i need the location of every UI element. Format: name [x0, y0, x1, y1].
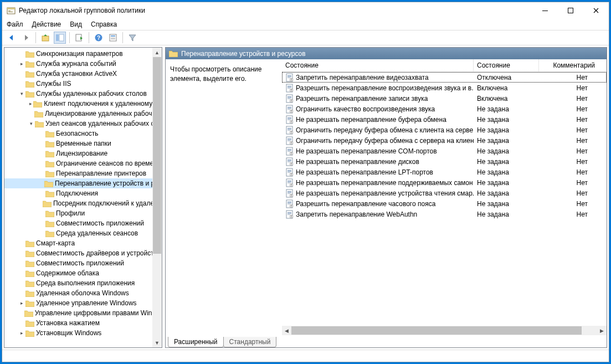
close-button[interactable] — [583, 2, 609, 19]
help-button[interactable]: ? — [93, 32, 105, 44]
policy-row[interactable]: Не разрешать перенаправление LPT-портовН… — [282, 167, 607, 177]
tree-item[interactable]: Безопасность — [4, 129, 162, 139]
tree-item[interactable]: ▸Установщик Windows — [4, 328, 162, 338]
svg-rect-4 — [542, 11, 548, 11]
tree-item[interactable]: Смарт-карта — [4, 238, 162, 248]
detail-body: Чтобы просмотреть описание элемента, выд… — [166, 59, 607, 335]
policy-row[interactable]: Ограничить качество воспроизведения звук… — [282, 104, 607, 114]
tree-item[interactable]: Совместимость драйверов и устройств — [4, 248, 162, 258]
policy-row[interactable]: Не разрешать перенаправление COM-портовН… — [282, 146, 607, 156]
policy-row[interactable]: Запретить перенаправление видеозахватаОт… — [282, 72, 607, 83]
filter-button[interactable] — [126, 32, 138, 44]
column-header-state[interactable]: Состояние — [474, 59, 539, 71]
policy-comment: Нет — [539, 179, 607, 187]
svg-rect-5 — [568, 8, 573, 13]
svg-rect-53 — [287, 129, 291, 130]
tree-item[interactable]: Лицензирование — [4, 148, 162, 158]
policy-row[interactable]: Ограничить передачу буфера обмена с серв… — [282, 135, 607, 146]
policy-row[interactable]: Разрешить перенаправление записи звукаВк… — [282, 93, 607, 104]
tree-item[interactable]: Синхронизация параметров — [4, 49, 162, 59]
tree-item[interactable]: ▸Клиент подключения к удаленному рабочем… — [4, 99, 162, 109]
tree-item[interactable]: Временные папки — [4, 139, 162, 148]
scroll-down-icon[interactable]: ▼ — [152, 338, 162, 347]
tree-item[interactable]: Управление цифровыми правами Windows Med… — [4, 308, 162, 318]
tree-item[interactable]: Совместимость приложений — [4, 258, 162, 268]
statusbar — [2, 350, 609, 362]
export-list-button[interactable] — [73, 32, 85, 44]
folder-tree[interactable]: Синхронизация параметров▸Служба журнала … — [4, 48, 162, 339]
tree-item[interactable]: Службы IIS — [4, 79, 162, 89]
column-header-comment[interactable]: Комментарий — [539, 59, 607, 71]
tree-item[interactable]: Содержимое облака — [4, 268, 162, 278]
tree-item[interactable]: Посредник подключений к удаленному рабоч… — [4, 198, 162, 208]
tree-vertical-scrollbar[interactable]: ▲ ▼ — [152, 48, 162, 347]
chevron-right-icon[interactable]: ▸ — [18, 59, 25, 69]
maximize-button[interactable] — [558, 2, 583, 19]
scroll-up-icon[interactable]: ▲ — [152, 48, 162, 57]
scroll-left-icon[interactable]: ◀ — [282, 326, 291, 335]
tree-item[interactable]: Подключения — [4, 188, 162, 198]
chevron-down-icon[interactable]: ▾ — [18, 89, 25, 99]
tree-item[interactable]: Удаленная оболочка Windows — [4, 288, 162, 298]
scroll-right-icon[interactable]: ▶ — [597, 326, 607, 335]
properties-button[interactable] — [107, 32, 119, 44]
tree-item-label: Удаленная оболочка Windows — [36, 288, 129, 298]
tree-item[interactable]: Установка нажатием — [4, 318, 162, 328]
policy-row[interactable]: Не разрешать перенаправление буфера обме… — [282, 114, 607, 125]
show-hide-tree-button[interactable] — [54, 32, 66, 44]
policy-row[interactable]: Разрешить перенаправление часового пояса… — [282, 198, 607, 209]
tree-pane: Синхронизация параметров▸Служба журнала … — [4, 47, 162, 348]
policy-row[interactable]: Разрешить перенаправление воспроизведени… — [282, 83, 607, 93]
policy-comment: Нет — [539, 168, 607, 176]
description-column: Чтобы просмотреть описание элемента, выд… — [166, 59, 282, 335]
tree-item[interactable]: ▾Узел сеансов удаленных рабочих столов — [4, 119, 162, 129]
tree-item[interactable]: Совместимость приложений — [4, 218, 162, 228]
folder-icon — [45, 170, 54, 177]
policy-row[interactable]: Не разрешать перенаправление поддерживае… — [282, 177, 607, 188]
svg-rect-8 — [59, 34, 64, 41]
forward-button[interactable] — [20, 32, 32, 44]
chevron-right-icon[interactable]: ▸ — [18, 298, 25, 308]
svg-rect-67 — [287, 150, 291, 151]
menu-file[interactable]: Файл — [7, 20, 23, 28]
tab-standard[interactable]: Стандартный — [223, 337, 277, 347]
policy-row[interactable]: Не разрешать перенаправление устройства … — [282, 188, 607, 198]
up-button[interactable] — [39, 32, 52, 44]
svg-rect-68 — [287, 151, 290, 152]
scroll-thumb[interactable] — [291, 326, 582, 335]
back-button[interactable] — [6, 32, 18, 44]
chevron-down-icon[interactable]: ▾ — [28, 119, 35, 129]
policy-comment: Нет — [539, 189, 607, 197]
svg-rect-96 — [287, 193, 290, 194]
policy-row[interactable]: Запретить перенаправление WebAuthnНе зад… — [282, 209, 607, 219]
tree-item[interactable]: ▸Удаленное управление Windows — [4, 298, 162, 308]
tab-extended[interactable]: Расширенный — [168, 337, 224, 347]
tree-item[interactable]: Служба установки ActiveX — [4, 69, 162, 79]
tree-item[interactable]: Перенаправление принтеров — [4, 168, 162, 178]
svg-rect-47 — [287, 120, 290, 120]
tree-item[interactable]: Перенаправление устройств и ресурсов — [4, 178, 162, 188]
tree-item[interactable]: Профили — [4, 208, 162, 218]
folder-icon — [44, 180, 53, 187]
detail-header: Перенаправление устройств и ресурсов — [166, 48, 607, 59]
folder-icon — [24, 310, 33, 317]
svg-rect-109 — [287, 213, 291, 214]
tree-item[interactable]: Лицензирование удаленных рабочих столов — [4, 109, 162, 119]
menu-action[interactable]: Действие — [32, 20, 61, 28]
tree-item[interactable]: Ограничение сеансов по времени — [4, 158, 162, 168]
menu-help[interactable]: Справка — [91, 20, 117, 28]
minimize-button[interactable] — [532, 2, 558, 19]
tree-item[interactable]: ▾Службы удаленных рабочих столов — [4, 89, 162, 99]
column-header-name[interactable]: Состояние — [282, 59, 474, 71]
policy-row[interactable]: Ограничить передачу буфера обмена с клие… — [282, 125, 607, 135]
menu-view[interactable]: Вид — [70, 20, 82, 28]
tree-item[interactable]: Среда удаленных сеансов — [4, 228, 162, 238]
chevron-right-icon[interactable]: ▸ — [28, 99, 33, 109]
tree-item[interactable]: Среда выполнения приложения — [4, 278, 162, 288]
tree-item[interactable]: ▸Служба журнала событий — [4, 59, 162, 69]
scroll-thumb[interactable] — [153, 57, 161, 254]
chevron-right-icon[interactable]: ▸ — [18, 328, 25, 338]
policy-row[interactable]: Не разрешать перенаправление дисковНе за… — [282, 156, 607, 167]
list-rows[interactable]: Запретить перенаправление видеозахватаОт… — [282, 72, 607, 326]
list-horizontal-scrollbar[interactable]: ◀ ▶ — [282, 326, 607, 335]
